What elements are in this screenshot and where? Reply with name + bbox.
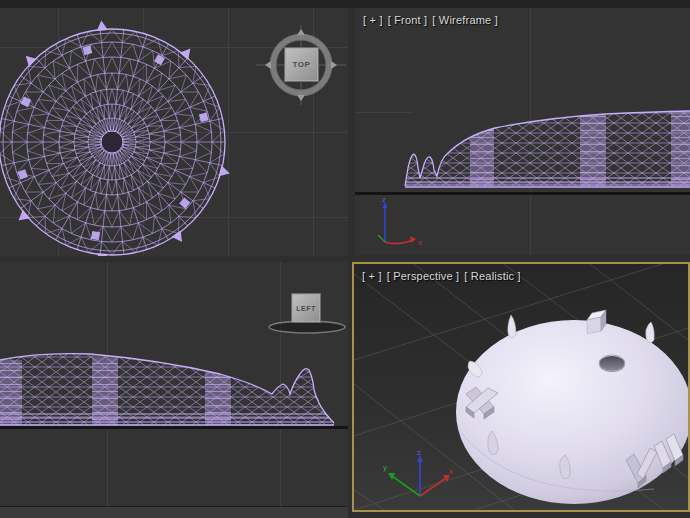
axis-z-label: z: [417, 448, 421, 457]
viewport-label-perspective: [ + ] [ Perspective ] [ Realistic ]: [362, 270, 521, 282]
viewport-menu-pov[interactable]: [ Perspective ]: [387, 270, 460, 282]
viewport-menu-pov[interactable]: [ Front ]: [388, 14, 428, 26]
viewport-menu-general[interactable]: [ + ]: [363, 14, 383, 26]
world-axis-tripod: z y x: [382, 446, 456, 508]
world-axis-tripod: z x: [363, 194, 427, 252]
viewport-perspective-active[interactable]: z y x [ + ] [ Perspective ] [ Realistic …: [352, 262, 690, 512]
viewcube-left-face[interactable]: LEFT: [291, 293, 321, 323]
viewcube-top-label: TOP: [293, 60, 311, 69]
bottom-edge-strip: [0, 506, 348, 518]
viewport-menu-general[interactable]: [ + ]: [362, 270, 382, 282]
viewport-left[interactable]: LEFT: [0, 262, 348, 506]
axis-x-label: x: [449, 467, 453, 476]
top-edge-strip: [0, 0, 690, 8]
viewport-menu-shading[interactable]: [ Realistic ]: [464, 270, 520, 282]
viewport-front[interactable]: z x [ + ] [ Front ] [ Wireframe ]: [355, 8, 690, 255]
axis-y-label: y: [383, 463, 387, 472]
viewcube-top-face[interactable]: TOP: [284, 47, 319, 82]
viewport-menu-shading[interactable]: [ Wireframe ]: [432, 14, 498, 26]
viewport-top[interactable]: TOP: [0, 8, 348, 256]
axis-x-label: x: [418, 238, 422, 247]
axis-z-label: z: [382, 195, 386, 204]
viewport-label-front: [ + ] [ Front ] [ Wireframe ]: [363, 14, 498, 26]
viewcube-left-label: LEFT: [296, 305, 316, 312]
max-viewport-area: TOP: [0, 0, 690, 518]
